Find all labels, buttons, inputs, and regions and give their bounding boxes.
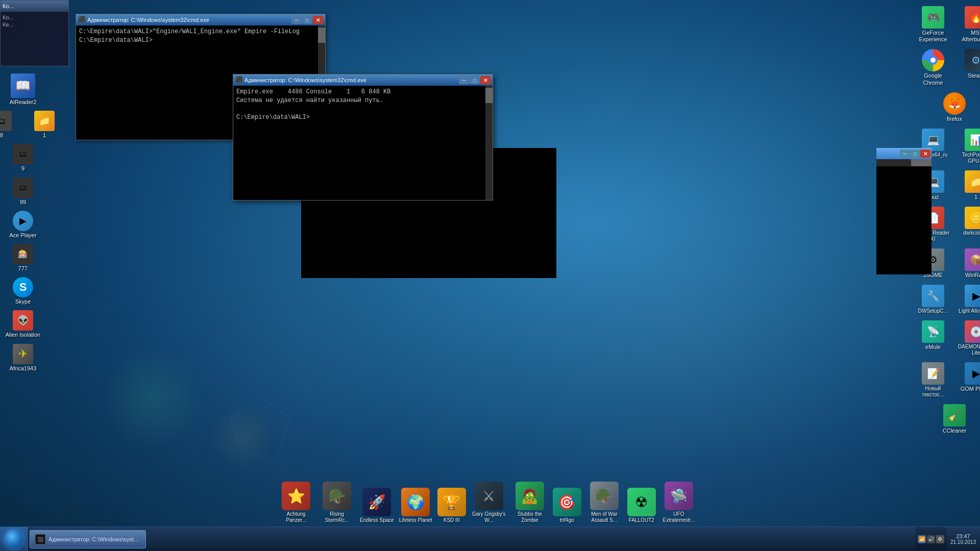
cmd2-line-2: Система не удается найти указанный путь.	[236, 96, 489, 105]
cmd2-scrollbar-thumb[interactable]	[485, 88, 493, 103]
svg-marker-0	[230, 398, 291, 459]
tray-icon-3[interactable]: ⚙	[936, 535, 944, 543]
cmd-window-1-title: Администратор: C:\Windows\system32\cmd.e…	[87, 17, 290, 23]
cmd2-line-3	[236, 105, 489, 114]
bottom-icon-tnf4go[interactable]: 🎯 tnf4go	[552, 487, 582, 524]
desktop-icon-99[interactable]: 🗂 99	[3, 176, 43, 208]
bottom-icon-achtung[interactable]: ⭐ Achtung Panzer...	[277, 481, 315, 524]
desktop-icon-noviy[interactable]: 📝 Новый текстос...	[913, 360, 953, 400]
desktop-icon-daemon[interactable]: 💿 DAEMON Tools Lite	[955, 318, 980, 358]
desktop: Ко... Ко... Ке... 📖 AIReader2 🗂 8 📁 1	[0, 0, 980, 551]
start-button[interactable]	[0, 527, 28, 551]
bottom-icon-lifeless-planet[interactable]: 🌍 Lifeless Planet	[398, 487, 433, 524]
bottom-icon-stubbs-zombie[interactable]: 🧟 Stubbs the Zombie	[511, 481, 549, 524]
bottom-icon-ksd3[interactable]: 🏆 KSD III	[436, 487, 467, 524]
cmd2-maximize-button[interactable]: □	[470, 76, 480, 84]
corner-titlebar: ─ □ ✕	[876, 148, 932, 159]
left-panel-window[interactable]: Ко... Ко... Ке...	[0, 0, 69, 66]
desktop-icon-techpowerup[interactable]: 📊 TechPowe... GPU-Z	[955, 127, 980, 166]
corner-close-button[interactable]: ✕	[920, 149, 930, 158]
right-icon-row-1: 🎮 GeForce Experience 🔥 MSI Afterburner	[913, 4, 980, 45]
tray-sound-icon[interactable]: 🔊	[927, 535, 935, 543]
corner-maximize-button[interactable]: □	[910, 149, 920, 158]
cmd-window-2-body: Empire.exe 4488 Console 1 6 848 KB Систе…	[233, 86, 493, 200]
desktop-icon-gomplayer[interactable]: ▶ GOM Player	[955, 360, 980, 400]
desktop-icon-lightalloy[interactable]: ▶ Light Alloy v4.5	[955, 283, 980, 316]
corner-window[interactable]: ─ □ ✕	[876, 148, 932, 274]
cmd2-line-1: Empire.exe 4488 Console 1 6 848 KB	[236, 88, 489, 96]
desktop-icon-emule[interactable]: 📡 eMule	[913, 318, 953, 358]
desktop-icons-right: 🎮 GeForce Experience 🔥 MSI Afterburner G…	[929, 0, 980, 527]
cmd1-line-2: C:\Empire\data\WALI>	[79, 36, 322, 45]
desktop-icon-winrar[interactable]: 📦 WinRAR	[955, 246, 980, 281]
right-icon-row-2: Google Chrome ⚙ Steam	[913, 47, 980, 88]
bottom-icon-gary-grigsby[interactable]: ⚔ Gary Grigsby's W...	[470, 481, 508, 524]
desktop-icon-dwsetup[interactable]: 🔧 DWSetupC...	[913, 283, 953, 316]
taskbar-tray[interactable]: 📶 🔊 ⚙	[916, 527, 946, 551]
left-panel-titlebar: Ко...	[1, 1, 68, 12]
desktop-icon-africa1943[interactable]: ✈ Africa1943	[3, 342, 43, 374]
desktop-icon-geforce[interactable]: 🎮 GeForce Experience	[913, 4, 953, 45]
corner-minimize-button[interactable]: ─	[900, 149, 910, 158]
desktop-icon-9[interactable]: 🗂 9	[3, 142, 43, 174]
deco-light-1	[102, 347, 204, 449]
right-icon-row-dw: 🔧 DWSetupC... ▶ Light Alloy v4.5	[913, 283, 980, 316]
deco-light-2	[204, 398, 281, 474]
cmd2-close-button[interactable]: ✕	[480, 76, 491, 84]
desktop-icon-folder-1[interactable]: 📁 1	[24, 109, 65, 141]
desktop-icon-skype[interactable]: S Skype	[3, 275, 43, 307]
cmd2-line-4: C:\Empire\data\WALI>	[236, 113, 489, 122]
desktop-icon-folder-r[interactable]: 📁 1	[955, 168, 980, 203]
bottom-icon-rising-storm[interactable]: 🪖 Rising StormRc...	[318, 481, 356, 524]
right-icon-row-emule: 📡 eMule 💿 DAEMON Tools Lite	[913, 318, 980, 358]
taskbar-clock[interactable]: 23:47 21.10.2013	[946, 533, 980, 545]
cmd1-scrollbar-thumb[interactable]	[318, 28, 325, 43]
desktop-icon-firefox[interactable]: 🦊 firefox	[934, 90, 975, 124]
cmd-icon-2: ⬛	[235, 76, 243, 84]
desktop-icon-msi[interactable]: 🔥 MSI Afterburner	[955, 4, 980, 45]
bottom-icons-bar: ⭐ Achtung Panzer... 🪖 Rising StormRc... …	[51, 478, 924, 527]
taskbar-date: 21.10.2013	[950, 539, 976, 545]
taskbar-time: 23:47	[950, 533, 976, 539]
cmd1-maximize-button[interactable]: □	[302, 16, 312, 24]
left-panel-title: Ко...	[3, 3, 14, 9]
cmd-icon-1: ⬛	[78, 16, 86, 24]
cmd-window-1-controls: ─ □ ✕	[291, 16, 323, 24]
desktop-icon-ace-player[interactable]: ▶ Ace Player	[3, 209, 43, 241]
bottom-icon-fallout2[interactable]: ☢ FALLOUT2	[626, 487, 657, 524]
desktop-icon-alien-isolation[interactable]: 👽 Alien Isolation	[3, 308, 43, 340]
taskbar-cmd-label: Администратор: C:\Windows\system32\cmd.e…	[48, 536, 140, 542]
bottom-icon-ufo[interactable]: 🛸 UFO Extraterrestr...	[660, 481, 698, 524]
desktop-icon-ccleaner[interactable]: 🧹 CCleaner	[934, 402, 975, 436]
cmd-window-2[interactable]: ⬛ Администратор: C:\Windows\system32\cmd…	[233, 74, 493, 201]
cmd2-scrollbar[interactable]	[485, 86, 493, 200]
desktop-icon-steam[interactable]: ⚙ Steam	[955, 47, 980, 88]
desktop-icon-aireader2[interactable]: 📖 AIReader2	[3, 71, 43, 108]
left-panel-item-2[interactable]: Ке...	[3, 21, 66, 28]
desktop-icon-777[interactable]: 🎰 777	[3, 242, 43, 274]
bottom-icon-men-of-war[interactable]: 🪖 Men of War Assault S...	[585, 481, 623, 524]
desktop-icon-darkcoin[interactable]: 🪙 darkcoin-qt	[955, 205, 980, 244]
cmd1-close-button[interactable]: ✕	[313, 16, 323, 24]
corner-scrollbar[interactable]	[876, 159, 932, 166]
bottom-icon-endless-space[interactable]: 🚀 Endless Space	[359, 487, 395, 524]
desktop-icon-8[interactable]: 🗂 8	[0, 109, 22, 141]
cmd1-minimize-button[interactable]: ─	[291, 16, 302, 24]
svg-marker-1	[235, 403, 286, 454]
taskbar-cmd-icon: ⬛	[35, 534, 45, 544]
corner-body	[876, 159, 932, 274]
taskbar[interactable]: ⬛ Администратор: C:\Windows\system32\cmd…	[0, 527, 980, 551]
desktop-icons-left: 📖 AIReader2 🗂 8 📁 1 🗂 9 🗂 99 ▶ Ace Playe…	[0, 0, 46, 527]
right-icon-row-noviy: 📝 Новый текстос... ▶ GOM Player	[913, 360, 980, 400]
left-panel-content: Ко... Ке...	[1, 12, 68, 30]
cmd2-minimize-button[interactable]: ─	[459, 76, 469, 84]
start-orb[interactable]	[4, 530, 23, 549]
desktop-icon-chrome[interactable]: Google Chrome	[913, 47, 953, 88]
tray-network-icon[interactable]: 📶	[918, 535, 926, 543]
taskbar-items: ⬛ Администратор: C:\Windows\system32\cmd…	[28, 527, 916, 551]
taskbar-item-cmd[interactable]: ⬛ Администратор: C:\Windows\system32\cmd…	[30, 530, 146, 548]
left-panel-item-1[interactable]: Ко...	[3, 14, 66, 21]
corner-scrollbar-thumb[interactable]	[911, 159, 932, 166]
cmd-window-2-controls: ─ □ ✕	[459, 76, 491, 84]
cmd-window-1-titlebar: ⬛ Администратор: C:\Windows\system32\cmd…	[76, 14, 325, 26]
